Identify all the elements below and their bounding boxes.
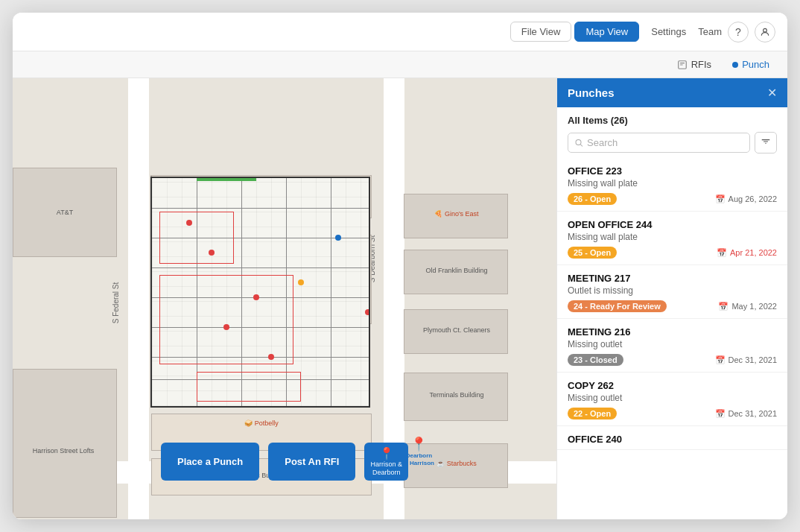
panel-header: Punches ✕ (557, 78, 787, 107)
rl11 (331, 178, 331, 406)
badge-num: 26 (574, 194, 582, 203)
date-text: Aug 26, 2022 (728, 194, 777, 203)
search-input[interactable] (587, 137, 743, 148)
date-text: Dec 31, 2021 (728, 355, 777, 364)
potbelly-label: 🥪 Potbelly (244, 419, 279, 427)
punch-item-desc: Missing wall plate (568, 232, 777, 242)
search-input-wrap (568, 133, 750, 153)
punch-list: OFFICE 223 Missing wall plate 26 - Open … (557, 153, 787, 519)
top-bar-links: Settings Team (651, 26, 722, 37)
pm1 (186, 220, 192, 226)
cal-icon: 📅 (717, 248, 727, 258)
tab-map-view[interactable]: Map View (574, 22, 639, 42)
punch-item-title: OFFICE 223 (568, 165, 777, 177)
badge-num: 22 (574, 409, 582, 418)
status-badge: 24 - Ready For Review (568, 300, 667, 312)
user-button[interactable] (755, 22, 775, 42)
punch-item-desc: Outlet is missing (568, 285, 777, 296)
rl1 (152, 208, 369, 209)
red-area-1 (159, 212, 234, 264)
status-badge: 26 - Open (568, 193, 617, 205)
cal-icon: 📅 (718, 302, 728, 311)
punch-item[interactable]: OPEN OFFICE 244 Missing wall plate 25 - … (557, 212, 787, 265)
panel-count: All Items (26) (568, 115, 777, 126)
punch-item-title: OPEN OFFICE 244 (568, 219, 777, 230)
green-bar (197, 178, 256, 181)
pm6 (268, 354, 274, 360)
date-text: May 1, 2022 (731, 302, 777, 311)
panel-close-button[interactable]: ✕ (767, 86, 777, 100)
status-badge: 22 - Open (568, 408, 617, 419)
ginos-label: 🍕 Gino's East (434, 210, 478, 218)
badge-num: 25 (574, 248, 582, 257)
punch-item[interactable]: OFFICE 223 Missing wall plate 26 - Open … (557, 158, 787, 212)
map-area[interactable]: W Harrison St W Harrison St W Harrison S… (13, 78, 556, 519)
punch-toolbar-btn[interactable]: Punch (726, 56, 775, 73)
street-label-federal: S Federal St (112, 282, 120, 324)
red-area-3 (197, 372, 301, 402)
status-badge: 23 - Closed (568, 354, 623, 366)
punch-dot-icon (732, 62, 738, 68)
punch-item-desc: Missing wall plate (568, 178, 777, 189)
pm5 (223, 324, 229, 330)
punch-label: Punch (742, 59, 769, 70)
date-row: 📅 Dec 31, 2021 (715, 409, 777, 419)
pm2 (209, 250, 215, 256)
svg-line-3 (580, 145, 582, 147)
date-text: Dec 31, 2021 (728, 409, 777, 418)
top-bar: File View Map View Settings Team ? (13, 13, 787, 51)
att-label: AT&T (57, 209, 73, 216)
punch-item-desc: Missing outlet (568, 393, 777, 403)
post-rfi-button[interactable]: Post An RFI (268, 443, 355, 481)
map-canvas: W Harrison St W Harrison St W Harrison S… (13, 78, 556, 519)
map-bottom-bar: Place a Punch Post An RFI 📍 Harrison &De… (13, 443, 556, 481)
punch-item-footer: 26 - Open 📅 Aug 26, 2022 (568, 193, 777, 205)
settings-link[interactable]: Settings (651, 26, 686, 37)
sort-button[interactable] (755, 132, 777, 153)
date-text: Apr 21, 2022 (730, 248, 777, 257)
punch-item[interactable]: OFFICE 240 (557, 426, 787, 450)
main-area: W Harrison St W Harrison St W Harrison S… (13, 78, 787, 519)
app-window: File View Map View Settings Team ? RFIs … (13, 13, 787, 519)
toolbar-row: RFIs Punch (13, 51, 787, 78)
nav-tabs: File View Map View (510, 22, 639, 42)
tab-file-view[interactable]: File View (510, 22, 572, 42)
date-row: 📅 Aug 26, 2022 (715, 194, 777, 204)
pm4 (298, 279, 304, 285)
badge-status: Closed (590, 355, 618, 364)
punch-item-footer: 25 - Open 📅 Apr 21, 2022 (568, 247, 777, 259)
help-button[interactable]: ? (728, 22, 749, 42)
punch-item-title: MEETING 216 (568, 326, 777, 338)
rfis-toolbar-btn[interactable]: RFIs (671, 56, 717, 73)
badge-status: Ready For Review (590, 302, 661, 311)
search-icon (574, 138, 583, 148)
date-row: 📅 May 1, 2022 (718, 302, 777, 311)
cal-icon: 📅 (715, 409, 726, 419)
badge-status: Open (590, 248, 611, 257)
punch-item-footer: 23 - Closed 📅 Dec 31, 2021 (568, 354, 777, 366)
cleaners-label: Plymouth Ct. Cleaners (423, 326, 490, 334)
team-link[interactable]: Team (698, 26, 722, 37)
punch-item-title: OFFICE 240 (568, 434, 777, 445)
punch-panel: Punches ✕ All Items (26) (556, 78, 787, 519)
badge-num: 23 (574, 355, 582, 364)
punch-item[interactable]: MEETING 217 Outlet is missing 24 - Ready… (557, 265, 787, 319)
badge-status: Open (590, 194, 611, 203)
harrison-dearborn-btn[interactable]: 📍 Harrison &Dearborn (364, 443, 408, 481)
blueprint-building (150, 177, 370, 408)
search-row (568, 132, 777, 153)
rfis-label: RFIs (691, 59, 711, 70)
punch-item[interactable]: MEETING 216 Missing outlet 23 - Closed 📅… (557, 319, 787, 373)
panel-subheader: All Items (26) (557, 107, 787, 153)
punch-item-title: COPY 262 (568, 380, 777, 391)
pm8 (365, 309, 370, 315)
date-row-red: 📅 Apr 21, 2022 (717, 248, 777, 258)
cal-icon: 📅 (715, 355, 726, 365)
harrison-dearborn-area: 📍 Harrison &Dearborn (364, 443, 408, 481)
punch-item[interactable]: COPY 262 Missing outlet 22 - Open 📅 Dec … (557, 373, 787, 426)
svg-point-2 (576, 139, 581, 145)
pm7 (335, 235, 341, 241)
red-area-2 (159, 275, 293, 364)
punch-item-footer: 22 - Open 📅 Dec 31, 2021 (568, 408, 777, 419)
place-punch-button[interactable]: Place a Punch (161, 443, 259, 481)
